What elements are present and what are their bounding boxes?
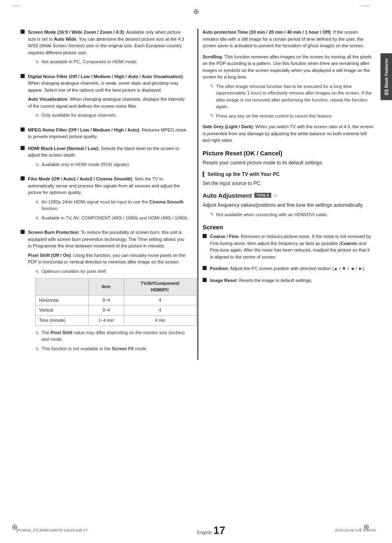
note-text: This function is not available in the Sc… bbox=[42, 345, 148, 352]
screen-heading: Screen bbox=[203, 224, 374, 231]
note-text: Only available for analogue channels. bbox=[42, 112, 117, 119]
note-text: Not available in PC, Component or HDMI m… bbox=[42, 58, 138, 65]
bullet-digital-noise: Digital Noise Filter (Off / Low / Medium… bbox=[21, 73, 189, 122]
right-column: Auto protection Time (10 min / 20 min / … bbox=[197, 29, 374, 360]
table-cell: Vertical bbox=[36, 305, 89, 316]
bullet-content: Screen Mode (16:9 / Wide Zoom / Zoom / 4… bbox=[28, 29, 189, 68]
note-item: ✎ This function is not available in the … bbox=[35, 345, 189, 353]
note-icon: ✎ bbox=[35, 346, 39, 353]
table-row: Time (minute) 1~4 min 4 min bbox=[36, 316, 196, 326]
auto-protection-text: Auto protection Time (10 min / 20 min / … bbox=[203, 29, 374, 49]
scrolling-text: Scrolling: This function removes after-i… bbox=[203, 53, 374, 81]
note-icon: ✎ bbox=[210, 83, 214, 89]
tools-badge: TOOLS bbox=[254, 193, 271, 198]
auto-adjustment-label: Auto Adjustment bbox=[203, 192, 252, 199]
note-item: ✎ Available only in HDMI mode (RGB signa… bbox=[35, 161, 189, 169]
bullet-heading: Screen Burn Protection bbox=[28, 230, 78, 235]
tools-icon-symbol: □ bbox=[274, 193, 277, 198]
bullet-hdmi-black: HDMI Black Level (Normal / Low): Selects… bbox=[21, 145, 189, 171]
note-text: Available in TV, AV, COMPONENT (480i / 1… bbox=[42, 215, 189, 222]
bullet-heading: Film Mode (Off / Auto1 / Auto2 / Cinema … bbox=[28, 176, 132, 181]
note-text: Optimum condition for pixel shift bbox=[42, 268, 106, 275]
bullet-content: Coarse / Fine: Removes or reduces pictur… bbox=[210, 233, 374, 260]
crosshair-top bbox=[192, 7, 200, 16]
note-icon: ✎ bbox=[35, 215, 39, 222]
note-pixel-optimum: ✎ Optimum condition for pixel shift bbox=[35, 268, 189, 275]
note-item: ✎ The Pixel Shift value may differ depen… bbox=[35, 329, 189, 343]
footer: [PC6500_ZT] BN68-02807E-03L03.indb 17 En… bbox=[0, 525, 392, 536]
table-cell: Horizontal bbox=[36, 295, 89, 305]
setting-up-text: Set the input source to PC. bbox=[203, 180, 374, 187]
table-cell: 4 bbox=[124, 295, 196, 305]
table-header-item bbox=[36, 279, 89, 296]
bullet-icon bbox=[21, 146, 25, 150]
note-item: ✎ Available in TV, AV, COMPONENT (480i /… bbox=[35, 215, 189, 222]
bullet-screen-mode: Screen Mode (16:9 / Wide Zoom / Zoom / 4… bbox=[21, 29, 189, 68]
side-grey-text: Side Grey (Light / Dark): When you watch… bbox=[203, 123, 374, 144]
picture-reset-heading: Picture Reset (OK / Cancel) bbox=[203, 150, 374, 157]
bullet-icon bbox=[21, 74, 25, 78]
note-icon: ✎ bbox=[35, 330, 39, 337]
main-content: Screen Mode (16:9 / Wide Zoom / Zoom / 4… bbox=[0, 16, 392, 368]
bullet-icon bbox=[21, 127, 25, 132]
chapter-tab: 03 Basic Features bbox=[380, 53, 392, 100]
bullet-heading: Screen Mode (16:9 / Wide Zoom / Zoom / 4… bbox=[28, 30, 124, 35]
bullet-screen-burn: Screen Burn Protection: To reduce the po… bbox=[21, 229, 189, 355]
footer-filename: [PC6500_ZT] BN68-02807E-03L03.indb 17 bbox=[16, 528, 88, 532]
bullet-mpeg-noise: MPEG Noise Filter (Off / Low / Medium / … bbox=[21, 127, 189, 140]
bullet-heading: MPEG Noise Filter (Off / Low / Medium / … bbox=[28, 127, 139, 132]
bullet-content: MPEG Noise Filter (Off / Low / Medium / … bbox=[28, 127, 189, 140]
note-item: ✎ An 1080p 24Hz HDMI signal must be inpu… bbox=[35, 199, 189, 212]
note-auto-adj: ✎ Not available when connecting with an … bbox=[210, 211, 374, 218]
note-icon: ✎ bbox=[35, 199, 39, 206]
bullet-content: Film Mode (Off / Auto1 / Auto2 / Cinema … bbox=[28, 176, 189, 224]
bullet-icon bbox=[21, 230, 25, 234]
note-scrolling-2: ✎ Press any key on the remote control to… bbox=[210, 113, 374, 120]
table-cell: 0~4 bbox=[88, 305, 124, 316]
bullet-film-mode: Film Mode (Off / Auto1 / Auto2 / Cinema … bbox=[21, 176, 189, 224]
bullet-content: HDMI Black Level (Normal / Low): Selects… bbox=[28, 145, 189, 171]
bullet-content: Image Reset: Resets the image to default… bbox=[210, 277, 374, 284]
table-cell: 4 bbox=[124, 305, 196, 316]
bullet-heading: HDMI Black Level (Normal / Low) bbox=[28, 146, 98, 151]
note-item: ✎ Only available for analogue channels. bbox=[35, 112, 189, 119]
note-text: The after-image removal function has to … bbox=[216, 83, 374, 110]
note-item: ✎ Not available in PC, Component or HDMI… bbox=[35, 58, 189, 66]
bullet-icon bbox=[203, 278, 207, 282]
note-icon: ✎ bbox=[35, 162, 39, 169]
note-icon: ✎ bbox=[35, 268, 39, 275]
note-text: Available only in HDMI mode (RGB signals… bbox=[42, 161, 130, 168]
note-icon: ✎ bbox=[210, 212, 214, 217]
note-text: An 1080p 24Hz HDMI signal must be input … bbox=[42, 199, 189, 212]
table-row: Horizontal 0~4 4 bbox=[36, 295, 196, 305]
bullet-image-reset: Image Reset: Resets the image to default… bbox=[203, 277, 374, 284]
bullet-heading: Digital Noise Filter (Off / Low / Medium… bbox=[28, 74, 183, 79]
corner-decoration-tr bbox=[361, 6, 369, 6]
note-text: Press any key on the remote control to c… bbox=[216, 113, 333, 120]
note-text: Not available when connecting with an HD… bbox=[216, 211, 328, 218]
table-cell: Time (minute) bbox=[36, 316, 89, 326]
page-number-area: English 17 bbox=[197, 525, 225, 536]
bullet-coarse-fine: Coarse / Fine: Removes or reduces pictur… bbox=[203, 233, 374, 260]
table-cell: 4 min bbox=[124, 316, 196, 326]
pixel-shift-table: Item TV/AV/Component/HDMI/PC Horizontal … bbox=[35, 278, 196, 326]
chapter-number: 03 bbox=[383, 89, 390, 95]
picture-reset-text: Resets your current picture mode to its … bbox=[203, 159, 374, 166]
bullet-icon bbox=[203, 234, 207, 238]
setting-up-heading: Setting up the TV with Your PC bbox=[203, 171, 374, 177]
page-number: 17 bbox=[213, 525, 225, 536]
table-header-item: Item bbox=[88, 279, 124, 296]
note-icon: ✎ bbox=[210, 113, 214, 118]
note-text: The Pixel Shift value may differ dependi… bbox=[42, 329, 189, 343]
table-row: Vertical 0~4 4 bbox=[36, 305, 196, 316]
bullet-content: Position: Adjust the PC screen position … bbox=[210, 265, 374, 272]
auto-adjustment-heading: Auto Adjustment TOOLS □ bbox=[203, 192, 374, 199]
table-header-tvav: TV/AV/Component/HDMI/PC bbox=[124, 279, 196, 296]
bullet-icon bbox=[21, 30, 25, 34]
table-cell: 1~4 min bbox=[88, 316, 124, 326]
bullet-icon bbox=[203, 266, 207, 270]
auto-adjustment-text: Adjust frequency values/positions and fi… bbox=[203, 201, 374, 209]
table-cell: 0~4 bbox=[88, 295, 124, 305]
bullet-position: Position: Adjust the PC screen position … bbox=[203, 265, 374, 272]
page-container: 03 Basic Features Screen Mode (16:9 / Wi… bbox=[0, 0, 392, 543]
